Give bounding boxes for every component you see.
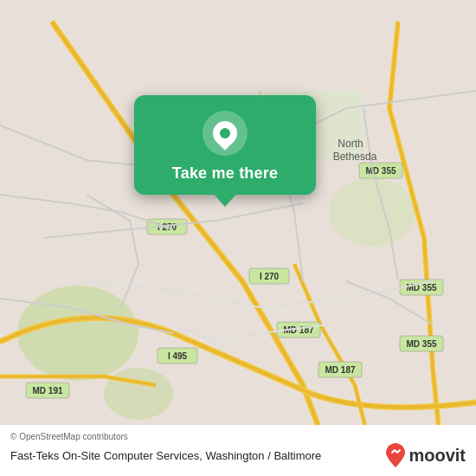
take-me-there-button[interactable]: Take me there <box>172 164 278 183</box>
svg-text:MD 187: MD 187 <box>325 365 355 375</box>
svg-text:Bethesda: Bethesda <box>333 151 377 163</box>
svg-point-0 <box>17 286 138 381</box>
svg-text:North: North <box>338 138 363 150</box>
svg-text:MD 355: MD 355 <box>406 283 436 293</box>
svg-point-1 <box>104 368 173 420</box>
popup-card: Take me there <box>134 95 316 195</box>
location-pin-icon <box>208 116 242 151</box>
bottom-bar: © OpenStreetMap contributors Fast-Teks O… <box>0 425 476 476</box>
map-attribution: © OpenStreetMap contributors <box>10 432 466 441</box>
business-info-row: Fast-Teks On-Site Computer Services, Was… <box>10 443 466 467</box>
map-roads-svg: I 270 I 270 MD 355 MD 355 MD 355 I 495 M… <box>0 0 476 476</box>
attribution-text: © OpenStreetMap contributors <box>10 432 128 441</box>
svg-point-2 <box>329 177 415 247</box>
location-icon-wrapper <box>203 111 248 156</box>
moovit-pin-icon <box>386 443 405 467</box>
moovit-logo: moovit <box>386 443 466 467</box>
business-name: Fast-Teks On-Site Computer Services, Was… <box>10 449 321 462</box>
svg-text:I 495: I 495 <box>168 351 188 361</box>
svg-text:MD 191: MD 191 <box>32 386 62 396</box>
svg-text:MD 355: MD 355 <box>365 166 396 176</box>
map-container: I 270 I 270 MD 355 MD 355 MD 355 I 495 M… <box>0 0 476 476</box>
moovit-brand-text: moovit <box>408 446 466 466</box>
svg-text:MD 355: MD 355 <box>406 339 436 349</box>
svg-text:I 270: I 270 <box>260 272 280 281</box>
